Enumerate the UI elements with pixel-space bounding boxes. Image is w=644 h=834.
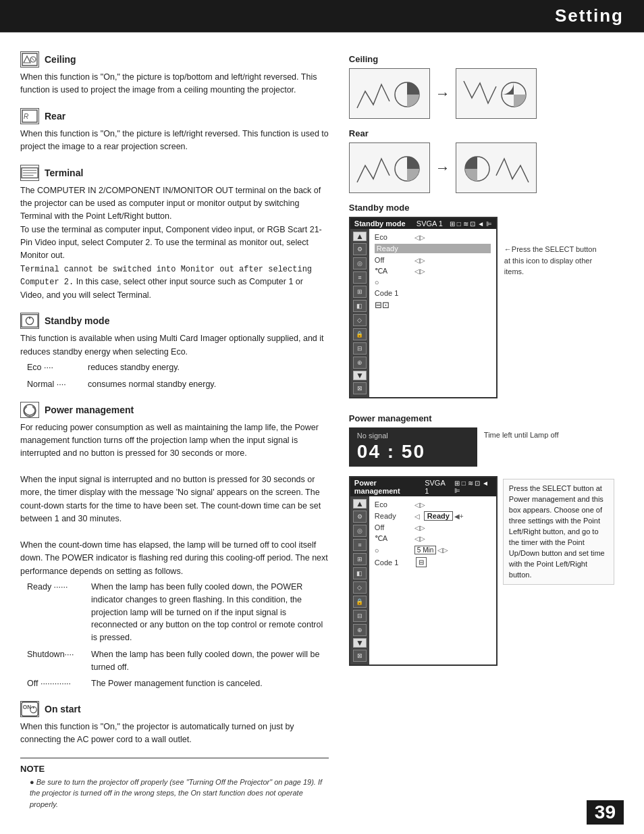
standby-mode-body: This function is available when using Mu…: [20, 332, 329, 359]
rear-section: R Rear When this function is "On," the p…: [20, 108, 329, 154]
rear-arrow: →: [435, 159, 450, 177]
terminal-title: Terminal: [45, 167, 83, 178]
standby-row-pa: ℃A ◁▷: [375, 267, 491, 276]
pm-row-off: Off ◁▷: [375, 523, 491, 531]
standby-panel-body: ▲ ⚙ ◎ ≡ ⊞ ◧ ◇ 🔒 ⊟ ⊕ ▼ ⊠: [350, 229, 496, 397]
pm-circle-label: ○: [375, 546, 412, 554]
standby-off-label: Off: [375, 256, 412, 264]
standby-normal-term: Normal ····: [27, 378, 88, 391]
time-left-note: Time left until Lamp off: [484, 430, 559, 440]
pm-ready-label: Ready: [375, 512, 412, 520]
standby-mode-title: Standby mode: [45, 315, 109, 326]
pm-up-arrow: ▲: [353, 499, 367, 509]
standby-ready-label: Ready: [377, 244, 414, 253]
svg-point-13: [24, 405, 36, 417]
ceiling-diagram-row: →: [349, 68, 624, 119]
standby-sidebar-2: ◎: [353, 257, 367, 269]
svg-text:R: R: [24, 113, 28, 120]
ceiling-section: Ceiling When this function is "On," the …: [20, 51, 329, 97]
pm-sidebar-10: ⊠: [353, 650, 367, 662]
standby-eco-label: Eco: [375, 233, 412, 241]
standby-panel-svga: SVGA 1: [417, 219, 443, 228]
standby-eco-def: reduces standby energy.: [88, 361, 329, 374]
svg-line-3: [32, 58, 34, 61]
pm-down-arrow: ▼: [353, 638, 367, 648]
terminal-icon: [20, 165, 39, 181]
power-management-section: Power management For reducing power cons…: [20, 402, 329, 691]
standby-panel-header: Standby mode SVGA 1 ⊞ □ ≋ ⊡ ◄ ⊫: [350, 218, 496, 229]
rear-icon: R: [20, 108, 39, 124]
no-signal-box: No signal 04 : 50: [349, 427, 477, 467]
shutdown-def: When the lamp has been fully cooled down…: [91, 648, 329, 674]
standby-pa-arrows: ◁▷: [414, 267, 425, 275]
right-column: Ceiling →: [342, 51, 624, 810]
pm-sidebar-9: ⊕: [353, 624, 367, 636]
pm-pa-arrows: ◁▷: [414, 535, 425, 542]
standby-sidebar-8: ⊟: [353, 342, 367, 355]
standby-normal-def: consumes normal standby energy.: [88, 378, 329, 391]
pm-sidebar-5: ◧: [353, 567, 367, 579]
pm-sidebar-6: ◇: [353, 581, 367, 594]
standby-mode-icon: [20, 313, 39, 329]
pm-row-eco: Eco ◁▷: [375, 500, 491, 509]
pm-min-arrows: ◁▷: [437, 546, 448, 554]
off-term: Off ·············: [27, 677, 91, 690]
power-mgmt-right-label: Power management: [349, 413, 624, 423]
svg-rect-10: [22, 315, 38, 328]
pm-sidebar-4: ⊞: [353, 553, 367, 565]
page-number: 39: [587, 800, 624, 825]
pm-code-label: Code 1: [375, 558, 412, 567]
ceiling-icon: [20, 51, 39, 68]
standby-off-arrows: ◁▷: [414, 257, 425, 264]
rear-right-label: Rear: [349, 128, 624, 138]
pm-ready-value: Ready: [424, 511, 453, 521]
standby-sidebar-6: ◇: [353, 314, 367, 326]
standby-pa-label: ℃A: [375, 267, 412, 276]
rear-title: Rear: [45, 111, 65, 122]
ready-def: When the lamp has been fully cooled down…: [91, 581, 329, 644]
standby-panel-sidebar: ▲ ⚙ ◎ ≡ ⊞ ◧ ◇ 🔒 ⊟ ⊕ ▼ ⊠: [350, 229, 369, 397]
standby-panel: Standby mode SVGA 1 ⊞ □ ≋ ⊡ ◄ ⊫ ▲ ⚙ ◎ ≡ …: [349, 217, 498, 398]
rear-diagram-row: →: [349, 142, 624, 193]
ceiling-right-label: Ceiling: [349, 54, 624, 64]
pm-panel-svga: SVGA 1: [425, 479, 448, 495]
standby-sidebar-3: ≡: [353, 271, 367, 284]
standby-code-label: Code 1: [375, 289, 412, 297]
standby-eco-term: Eco ····: [27, 361, 88, 374]
power-mgmt-list: Ready ······ When the lamp has been full…: [27, 581, 329, 690]
pm-minutes-value: 5 Min: [414, 546, 436, 554]
ceiling-body: When this function is "On," the picture …: [20, 71, 329, 97]
ceiling-arrow: →: [435, 85, 450, 103]
page-header: Setting: [0, 0, 644, 32]
standby-terminal-icon: ⊟⊡: [375, 300, 390, 310]
terminal-section: Terminal The COMPUTER IN 2/COMPONENT IN/…: [20, 165, 329, 303]
pm-panel-sidebar: ▲ ⚙ ◎ ≡ ⊞ ◧ ◇ 🔒 ⊟ ⊕ ▼ ⊠: [350, 496, 369, 664]
on-start-body: When this function is "On," the projecto…: [20, 721, 329, 747]
standby-circle-label: ○: [375, 278, 412, 286]
left-column: Ceiling When this function is "On," the …: [20, 51, 342, 810]
ready-term: Ready ······: [27, 581, 91, 644]
pm-sidebar-2: ◎: [353, 525, 367, 537]
pm-ready-arrows: ◁: [414, 513, 420, 520]
standby-sidebar-10: ⊠: [353, 382, 367, 394]
pm-sidebar-1: ⚙: [353, 511, 367, 523]
standby-row-circle: ○: [375, 278, 491, 286]
standby-mode-right-label: Standby mode: [349, 203, 624, 213]
pm-panel-note: Press the SELECT button at Power managem…: [503, 479, 614, 585]
terminal-body: The COMPUTER IN 2/COMPONENT IN/MONITOR O…: [20, 184, 329, 303]
standby-sidebar-7: 🔒: [353, 328, 367, 340]
pm-row-ready: Ready ◁ Ready ◀+: [375, 511, 491, 521]
shutdown-term: Shutdown····: [27, 648, 91, 674]
pm-panel: Power management SVGA 1 ⊞ □ ≋ ⊡ ◄ ⊫ ▲ ⚙ …: [349, 476, 498, 666]
power-mgmt-body: For reducing power consumption as well a…: [20, 421, 329, 579]
pm-off-label: Off: [375, 523, 412, 531]
standby-row-icon: ⊟⊡: [375, 300, 491, 310]
pm-sidebar-3: ≡: [353, 539, 367, 551]
standby-row-ready: Ready: [375, 244, 491, 253]
power-mgmt-icon: [20, 402, 39, 418]
pm-eco-arrows: ◁▷: [414, 501, 425, 509]
pm-sidebar-7: 🔒: [353, 596, 367, 608]
power-mgmt-title: Power management: [45, 405, 134, 415]
note-title: NOTE: [20, 764, 329, 774]
pm-row-pa: ℃A ◁▷: [375, 534, 491, 543]
